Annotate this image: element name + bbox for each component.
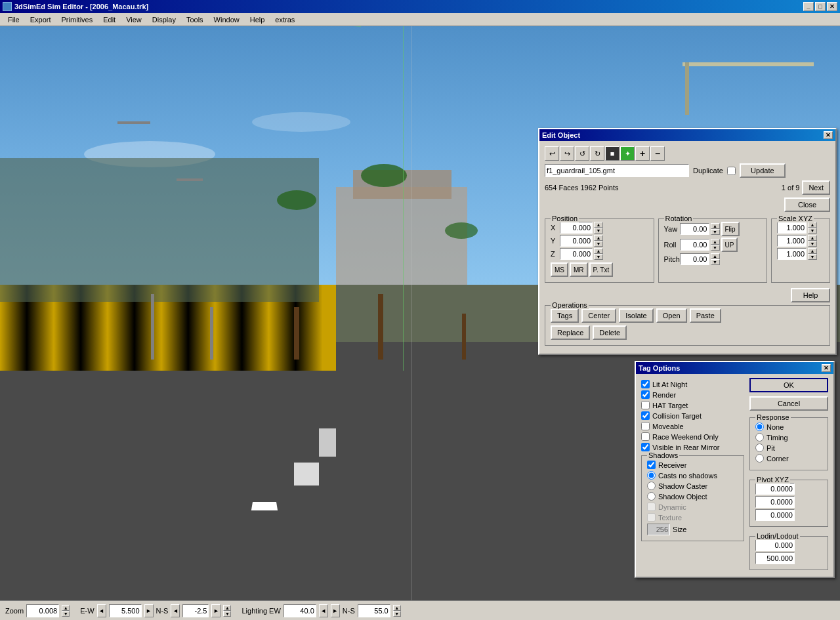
zoom-up[interactable]: ▲: [62, 605, 70, 611]
ns-prev[interactable]: ◄: [171, 604, 180, 617]
pos-x-down[interactable]: ▼: [594, 228, 603, 234]
yaw-up[interactable]: ▲: [711, 223, 720, 229]
pos-z-down[interactable]: ▼: [594, 254, 603, 260]
close-button[interactable]: ✕: [827, 2, 837, 11]
mr-button[interactable]: MR: [570, 262, 588, 277]
roll-down[interactable]: ▼: [711, 245, 720, 251]
scale-y-input[interactable]: [777, 235, 807, 247]
pos-y-down[interactable]: ▼: [594, 241, 603, 247]
paste-button[interactable]: Paste: [690, 308, 721, 323]
menu-edit[interactable]: Edit: [98, 14, 121, 25]
tag-options-close[interactable]: ✕: [822, 364, 831, 372]
pitch-down[interactable]: ▼: [711, 259, 720, 265]
cancel-button[interactable]: Cancel: [749, 396, 828, 411]
pivot-z-input[interactable]: [755, 509, 795, 521]
yaw-down[interactable]: ▼: [711, 229, 720, 235]
maximize-button[interactable]: □: [815, 2, 826, 11]
next-button[interactable]: Next: [802, 180, 830, 195]
replace-button[interactable]: Replace: [551, 325, 590, 340]
menu-view[interactable]: View: [121, 14, 147, 25]
pitch-up[interactable]: ▲: [711, 253, 720, 259]
response-none-radio[interactable]: [755, 423, 764, 431]
texture-checkbox[interactable]: [647, 513, 656, 522]
dynamic-checkbox[interactable]: [647, 503, 656, 511]
menu-file[interactable]: File: [3, 14, 25, 25]
ew-prev[interactable]: ◄: [97, 604, 106, 617]
duplicate-checkbox[interactable]: [727, 167, 736, 175]
ns-down[interactable]: ▼: [223, 611, 231, 617]
edit-object-close[interactable]: ✕: [824, 131, 833, 139]
race-weekend-checkbox[interactable]: [641, 432, 650, 441]
menu-tools[interactable]: Tools: [181, 14, 209, 25]
flip-button[interactable]: Flip: [721, 222, 740, 236]
menu-help[interactable]: Help: [245, 14, 270, 25]
menu-window[interactable]: Window: [209, 14, 245, 25]
zoom-input[interactable]: [26, 604, 59, 617]
menu-display[interactable]: Display: [147, 14, 181, 25]
add-button[interactable]: +: [635, 146, 650, 161]
menu-primitives[interactable]: Primitives: [56, 14, 98, 25]
lighting-next[interactable]: ►: [331, 604, 340, 617]
rotate-right-button[interactable]: ↻: [590, 146, 604, 161]
lodin-input[interactable]: [755, 539, 795, 551]
ns-next[interactable]: ►: [211, 604, 220, 617]
menu-extras[interactable]: extras: [270, 14, 300, 25]
filename-input[interactable]: [545, 164, 689, 177]
scale-z-down[interactable]: ▼: [808, 254, 817, 260]
scale-x-up[interactable]: ▲: [808, 222, 817, 228]
lighting-input[interactable]: [284, 604, 316, 617]
moveable-checkbox[interactable]: [641, 422, 650, 430]
rotate-left-button[interactable]: ↺: [575, 146, 589, 161]
close-button[interactable]: Close: [784, 197, 830, 212]
ok-button[interactable]: OK: [749, 378, 828, 392]
pos-z-input[interactable]: [560, 248, 593, 260]
help-button[interactable]: Help: [791, 288, 830, 302]
scale-x-input[interactable]: [777, 222, 807, 234]
center-button[interactable]: Center: [581, 308, 616, 323]
up-button[interactable]: UP: [721, 238, 738, 252]
update-button[interactable]: Update: [740, 163, 786, 178]
pos-y-input[interactable]: [560, 235, 593, 247]
undo-button[interactable]: ↩: [545, 146, 559, 161]
scale-x-down[interactable]: ▼: [808, 228, 817, 234]
ms-button[interactable]: MS: [551, 262, 568, 277]
redo-button[interactable]: ↪: [560, 146, 574, 161]
pos-y-up[interactable]: ▲: [594, 235, 603, 241]
pos-x-input[interactable]: [560, 222, 593, 234]
pivot-y-input[interactable]: [755, 496, 795, 508]
delete-button[interactable]: Delete: [593, 325, 627, 340]
scale-y-up[interactable]: ▲: [808, 235, 817, 241]
render-checkbox[interactable]: [641, 390, 650, 399]
shadow-object-radio[interactable]: [647, 492, 656, 501]
remove-button[interactable]: −: [650, 146, 665, 161]
pivot-x-input[interactable]: [755, 483, 795, 495]
lodout-input[interactable]: [755, 552, 795, 564]
casts-no-shadows-radio[interactable]: [647, 471, 656, 480]
ns2-input[interactable]: [358, 604, 390, 617]
ew-next[interactable]: ►: [144, 604, 154, 617]
response-pit-radio[interactable]: [755, 444, 764, 452]
scale-z-input[interactable]: [777, 248, 807, 260]
scale-y-down[interactable]: ▼: [808, 241, 817, 247]
ns-up[interactable]: ▲: [223, 605, 231, 611]
receiver-checkbox[interactable]: [647, 461, 656, 469]
roll-up[interactable]: ▲: [711, 239, 720, 245]
pos-x-up[interactable]: ▲: [594, 222, 603, 228]
select-black-button[interactable]: ■: [605, 146, 620, 161]
ns2-up[interactable]: ▲: [393, 605, 401, 611]
ew-input[interactable]: [109, 604, 142, 617]
pitch-input[interactable]: [680, 253, 709, 265]
shadow-caster-radio[interactable]: [647, 482, 656, 490]
select-green-button[interactable]: ✦: [620, 146, 635, 161]
yaw-input[interactable]: [680, 223, 709, 235]
scale-z-up[interactable]: ▲: [808, 248, 817, 254]
tags-button[interactable]: Tags: [551, 308, 579, 323]
lighting-prev[interactable]: ◄: [319, 604, 328, 617]
ns-input[interactable]: [182, 604, 209, 617]
minimize-button[interactable]: _: [803, 2, 814, 11]
open-button[interactable]: Open: [656, 308, 687, 323]
lit-at-night-checkbox[interactable]: [641, 380, 650, 388]
collision-target-checkbox[interactable]: [641, 411, 650, 420]
isolate-button[interactable]: Isolate: [619, 308, 653, 323]
roll-input[interactable]: [680, 239, 709, 251]
